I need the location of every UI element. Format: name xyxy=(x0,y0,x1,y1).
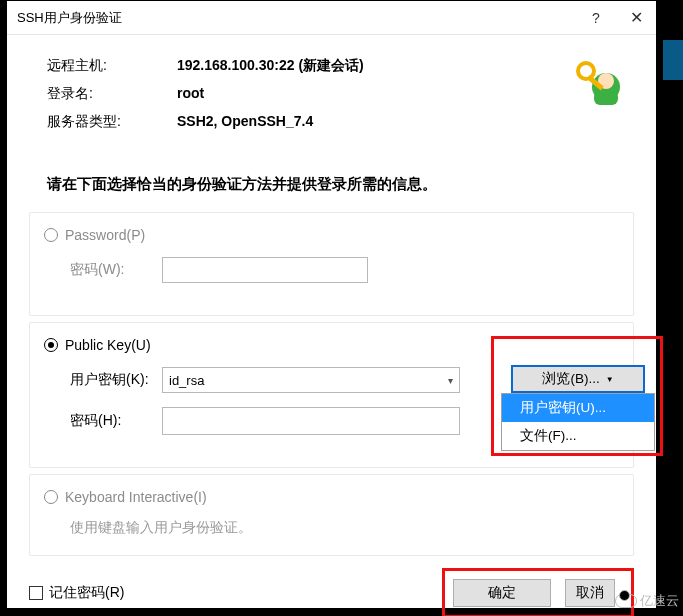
dialog-title: SSH用户身份验证 xyxy=(17,9,576,27)
help-button[interactable]: ? xyxy=(576,10,616,26)
user-key-select[interactable]: id_rsa ▾ xyxy=(162,367,460,393)
password-group: Password(P) 密码(W): xyxy=(29,212,634,316)
public-key-radio[interactable]: Public Key(U) xyxy=(44,337,619,353)
browse-button[interactable]: 浏览(B)... ▼ xyxy=(511,365,645,393)
keyboard-interactive-hint: 使用键盘输入用户身份验证。 xyxy=(70,519,619,537)
svg-rect-2 xyxy=(594,91,618,105)
ok-button[interactable]: 确定 xyxy=(453,579,551,607)
server-type-label: 服务器类型: xyxy=(47,113,177,131)
key-user-icon xyxy=(568,53,626,111)
remember-password-checkbox[interactable]: 记住密码(R) xyxy=(29,584,124,602)
remote-host-label: 远程主机: xyxy=(47,57,177,75)
remember-password-label: 记住密码(R) xyxy=(49,584,124,602)
remote-host-value: 192.168.100.30:22 (新建会话) xyxy=(177,57,364,75)
public-key-group: Public Key(U) 用户密钥(K): id_rsa ▾ 密码(H): 浏… xyxy=(29,322,634,468)
ok-highlight: 确定 取消 xyxy=(442,568,634,616)
close-button[interactable]: ✕ xyxy=(616,8,656,27)
connection-info: 远程主机: 192.168.100.30:22 (新建会话) 登录名: root… xyxy=(7,35,656,149)
user-key-value: id_rsa xyxy=(169,373,204,388)
login-name-label: 登录名: xyxy=(47,85,177,103)
cloud-icon xyxy=(615,594,637,608)
browse-dropdown: 用户密钥(U)... 文件(F)... xyxy=(501,393,655,451)
user-key-label: 用户密钥(K): xyxy=(70,371,162,389)
public-key-radio-label: Public Key(U) xyxy=(65,337,151,353)
keyboard-interactive-radio[interactable]: Keyboard Interactive(I) xyxy=(44,489,619,505)
browse-button-label: 浏览(B)... xyxy=(542,370,599,388)
password-input xyxy=(162,257,368,283)
keyboard-interactive-group: Keyboard Interactive(I) 使用键盘输入用户身份验证。 xyxy=(29,474,634,556)
password-radio-label: Password(P) xyxy=(65,227,145,243)
keyboard-interactive-radio-label: Keyboard Interactive(I) xyxy=(65,489,207,505)
menu-file[interactable]: 文件(F)... xyxy=(502,422,654,450)
menu-user-key[interactable]: 用户密钥(U)... xyxy=(502,394,654,422)
watermark: 亿速云 xyxy=(615,592,679,610)
password-field-label: 密码(W): xyxy=(70,261,162,279)
dropdown-arrow-icon: ▼ xyxy=(606,375,614,384)
password-radio[interactable]: Password(P) xyxy=(44,227,619,243)
titlebar: SSH用户身份验证 ? ✕ xyxy=(7,1,656,35)
cancel-button[interactable]: 取消 xyxy=(565,579,615,607)
server-type-value: SSH2, OpenSSH_7.4 xyxy=(177,113,313,131)
chevron-down-icon: ▾ xyxy=(448,375,453,386)
login-name-value: root xyxy=(177,85,204,103)
passphrase-label: 密码(H): xyxy=(70,412,162,430)
instruction-text: 请在下面选择恰当的身份验证方法并提供登录所需的信息。 xyxy=(47,175,656,194)
passphrase-input[interactable] xyxy=(162,407,460,435)
